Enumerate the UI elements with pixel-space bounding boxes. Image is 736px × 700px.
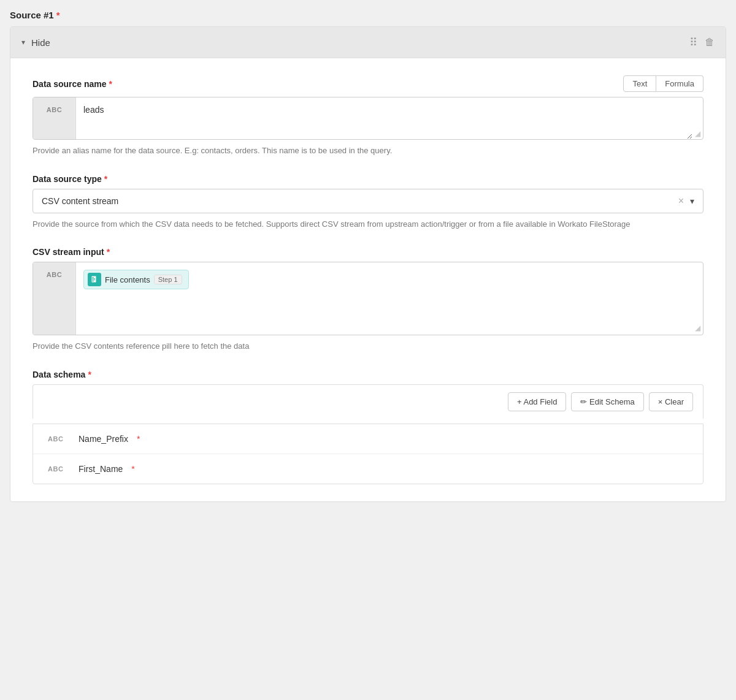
text-toggle-button[interactable]: Text <box>623 75 656 92</box>
field-name: First_Name <box>79 464 123 474</box>
csv-resize-handle: ◢ <box>692 321 703 335</box>
pill-step: Step 1 <box>154 275 182 284</box>
data-source-type-label: Data source type * <box>33 174 703 184</box>
trash-icon[interactable]: 🗑 <box>705 37 715 48</box>
svg-rect-2 <box>92 278 95 279</box>
data-source-type-value: CSV content stream <box>42 196 678 206</box>
svg-rect-0 <box>91 276 96 283</box>
csv-stream-input-hint: Provide the CSV contents reference pill … <box>33 340 703 352</box>
field-type-badge: ABC <box>48 435 70 443</box>
select-icons: × ▾ <box>678 196 694 207</box>
card-body: Data source name * Text Formula ABC lead… <box>10 58 726 501</box>
pill-icon <box>88 273 101 286</box>
section-title-text: Source #1 <box>10 10 54 20</box>
csv-type-badge: ABC <box>33 262 76 335</box>
pill-label: File contents <box>105 275 150 284</box>
table-row: ABC First_Name * <box>33 454 703 484</box>
text-formula-toggle: Text Formula <box>623 75 703 92</box>
csv-stream-input-wrapper: ABC <box>33 262 703 335</box>
field-name: Name_Prefix <box>79 434 128 444</box>
card-header-right: ⠿ 🗑 <box>689 36 715 49</box>
field-type-badge: ABC <box>48 465 70 473</box>
data-source-name-label: Data source name * <box>33 79 112 89</box>
clear-button[interactable]: × Clear <box>649 392 693 411</box>
card-header-left: ▾ Hide <box>21 37 50 48</box>
file-contents-pill[interactable]: File contents Step 1 <box>83 270 189 289</box>
schema-toolbar: + Add Field ✏ Edit Schema × Clear <box>33 384 703 419</box>
add-field-button[interactable]: + Add Field <box>508 392 566 411</box>
hide-label[interactable]: Hide <box>31 37 50 48</box>
formula-toggle-button[interactable]: Formula <box>656 75 703 92</box>
data-source-name-input-wrapper: ABC leads ◢ <box>33 97 703 140</box>
data-source-type-select[interactable]: CSV content stream × ▾ <box>33 189 703 213</box>
source-card: ▾ Hide ⠿ 🗑 Data source name * Text <box>10 26 726 502</box>
drag-icon[interactable]: ⠿ <box>689 36 697 49</box>
page-wrapper: Source #1 * ▾ Hide ⠿ 🗑 Data source name <box>0 0 736 700</box>
data-schema-group: Data schema * + Add Field ✏ Edit Schema … <box>33 370 703 484</box>
svg-rect-4 <box>92 281 94 281</box>
data-source-name-label-row: Data source name * Text Formula <box>33 75 703 92</box>
svg-rect-3 <box>92 280 95 280</box>
data-source-name-textarea[interactable]: leads <box>76 97 692 139</box>
csv-stream-input-label: CSV stream input * <box>33 247 703 257</box>
svg-rect-1 <box>92 277 94 278</box>
data-source-name-group: Data source name * Text Formula ABC lead… <box>33 75 703 157</box>
data-source-name-hint: Provide an alias name for the data sourc… <box>33 145 703 157</box>
section-title-star: * <box>56 10 60 20</box>
table-row: ABC Name_Prefix * <box>33 424 703 454</box>
select-arrow-icon[interactable]: ▾ <box>690 196 694 206</box>
data-schema-label: Data schema * <box>33 370 703 379</box>
select-clear-icon[interactable]: × <box>678 196 684 207</box>
csv-content-area[interactable]: File contents Step 1 <box>76 262 692 335</box>
card-header: ▾ Hide ⠿ 🗑 <box>10 27 726 58</box>
data-source-type-group: Data source type * CSV content stream × … <box>33 174 703 230</box>
chevron-down-icon[interactable]: ▾ <box>21 38 25 47</box>
data-source-type-hint: Provide the source from which the CSV da… <box>33 218 703 230</box>
edit-schema-button[interactable]: ✏ Edit Schema <box>571 392 643 411</box>
data-source-name-type-badge: ABC <box>33 97 76 139</box>
schema-fields: ABC Name_Prefix * ABC First_Name * <box>33 424 703 484</box>
csv-stream-input-group: CSV stream input * ABC <box>33 247 703 352</box>
resize-handle: ◢ <box>692 128 703 139</box>
section-title: Source #1 * <box>10 10 726 20</box>
